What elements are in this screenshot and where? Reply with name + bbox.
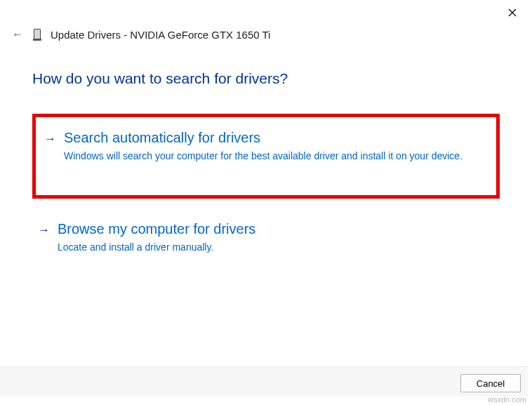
option-body: Search automatically for drivers Windows… [64,130,488,163]
cancel-button[interactable]: Cancel [460,374,521,392]
option-search-automatically[interactable]: → Search automatically for drivers Windo… [39,121,493,175]
close-button[interactable] [505,6,519,20]
close-icon [508,8,517,17]
arrow-right-icon: → [44,130,57,148]
window-title: Update Drivers - NVIDIA GeForce GTX 1650… [51,29,270,41]
back-button[interactable]: ← [11,28,24,41]
footer: Cancel [0,366,528,397]
option-title: Search automatically for drivers [64,130,488,146]
header: ← Update Drivers - NVIDIA GeForce GTX 16… [11,28,521,41]
highlighted-option: → Search automatically for drivers Windo… [32,114,500,199]
option-desc: Locate and install a driver manually. [58,240,494,254]
option-title: Browse my computer for drivers [58,221,494,237]
device-icon [34,29,41,40]
option-browse-computer[interactable]: → Browse my computer for drivers Locate … [32,213,500,267]
option-body: Browse my computer for drivers Locate an… [58,221,494,254]
page-question: How do you want to search for drivers? [32,70,500,87]
arrow-right-icon: → [38,221,51,239]
option-desc: Windows will search your computer for th… [64,149,488,163]
watermark: wsxdn.com [488,395,526,404]
main-content: How do you want to search for drivers? →… [32,70,500,267]
